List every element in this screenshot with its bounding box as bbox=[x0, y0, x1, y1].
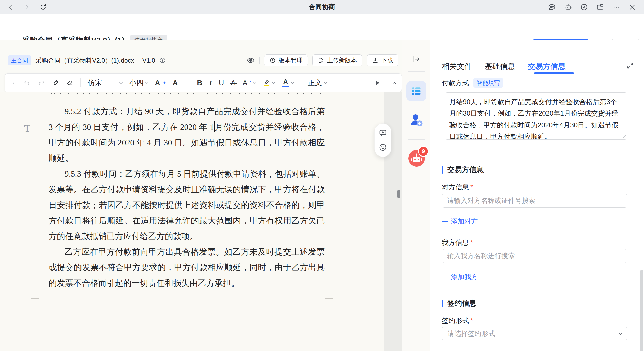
smart-fill-badge: 智能填写 bbox=[473, 78, 503, 88]
editor-toolbar: 仿宋 小四 A+ A− B I U A A´ A 正文 bbox=[5, 73, 402, 92]
signing-form-label-text: 签约形式 bbox=[442, 317, 469, 324]
payment-method-textarea[interactable]: 月结90天，即货款自产品完成交付并经验收合格后第3个月的30日支付，例如，乙方在… bbox=[445, 92, 627, 140]
main-contract-badge: 主合同 bbox=[8, 55, 31, 65]
chevron-down-icon bbox=[145, 80, 149, 84]
font-color-swatch bbox=[282, 86, 289, 87]
text-effects-button[interactable]: A´ bbox=[243, 79, 256, 87]
side-icon-strip: 9 bbox=[402, 40, 430, 351]
chevron-down-icon bbox=[291, 80, 294, 84]
emoji-reaction-icon[interactable] bbox=[379, 143, 387, 152]
toolbar-more-group bbox=[376, 81, 379, 85]
download-button[interactable]: 下载 bbox=[367, 54, 398, 66]
window-title: 合同协商 bbox=[0, 3, 644, 11]
add-comment-icon[interactable] bbox=[379, 129, 387, 137]
textarea-resize-handle[interactable] bbox=[622, 135, 626, 138]
italic-button[interactable]: I bbox=[209, 79, 212, 87]
paragraph-style-select[interactable]: 正文 bbox=[308, 78, 327, 88]
signing-section-title: 签约信息 bbox=[447, 298, 476, 308]
chevron-down-icon bbox=[272, 80, 275, 84]
history-clock-icon bbox=[269, 57, 276, 64]
party-section-header: 交易方信息 bbox=[442, 165, 484, 175]
page-margin-mark-right bbox=[325, 298, 333, 306]
paragraph-9-5-2: 9.5.2 付款方式：月结 90 天，即货款自产品完成交付并经验收合格后第 3 … bbox=[49, 104, 325, 166]
divider bbox=[408, 139, 425, 140]
required-asterisk: * bbox=[470, 317, 473, 324]
version-manage-label: 版本管理 bbox=[278, 56, 303, 64]
tab-related-files[interactable]: 相关文件 bbox=[442, 61, 472, 72]
upload-new-version-label: 上传新版本 bbox=[327, 56, 357, 64]
add-other-party-link[interactable]: 添加对方 bbox=[442, 217, 478, 226]
font-family-value: 仿宋 bbox=[88, 78, 118, 88]
font-color-letter: A bbox=[282, 79, 289, 85]
required-asterisk: * bbox=[470, 239, 473, 246]
party-section-title: 交易方信息 bbox=[447, 165, 484, 175]
add-our-party-link[interactable]: 添加我方 bbox=[442, 272, 478, 281]
divider bbox=[80, 78, 81, 87]
toolbar-collapse-left-icon[interactable] bbox=[11, 80, 16, 86]
floating-comment-toolbar bbox=[374, 123, 391, 157]
our-party-label-text: 我方信息 bbox=[442, 239, 469, 246]
signing-form-select[interactable]: 请选择签约形式 bbox=[442, 327, 627, 340]
preview-eye-icon[interactable] bbox=[246, 56, 255, 65]
add-other-party-label: 添加对方 bbox=[451, 217, 478, 226]
font-color-button[interactable]: A bbox=[282, 79, 294, 87]
plus-mark: + bbox=[163, 80, 166, 85]
undo-icon[interactable] bbox=[23, 79, 31, 87]
tab-party-info[interactable]: 交易方信息 bbox=[528, 61, 566, 72]
document-text[interactable]: 9.5.2 付款方式：月结 90 天，即货款自产品完成交付并经验收合格后第 3 … bbox=[49, 104, 325, 291]
document-filename: 采购合同（直采物料V2.0）(1).docx bbox=[35, 56, 134, 65]
minus-mark: − bbox=[180, 80, 183, 85]
decrease-font-button[interactable]: A− bbox=[173, 79, 183, 87]
panel-scrollbar-thumb[interactable] bbox=[640, 270, 643, 351]
plus-icon bbox=[442, 218, 448, 224]
panel-tabs: 相关文件 基础信息 交易方信息 bbox=[442, 61, 566, 72]
letter-A: A bbox=[173, 79, 178, 87]
collapse-panel-icon[interactable] bbox=[402, 55, 430, 63]
upload-new-version-button[interactable]: 上传新版本 bbox=[312, 54, 362, 66]
page-header: 采购合同（直采物料V2.0）(1) 待发起协商 郑斌测试/郑斌演示测试 已自动保… bbox=[0, 14, 644, 40]
upload-file-icon bbox=[318, 57, 324, 64]
highlight-color-button[interactable] bbox=[263, 79, 275, 87]
redo-icon[interactable] bbox=[37, 79, 45, 87]
letter-A: A bbox=[155, 79, 160, 87]
paragraph-invoice: 乙方应在甲方付款前向甲方出具合格发票。如乙方未及时提交上述发票或提交的发票不符合… bbox=[49, 244, 325, 291]
version-manage-button[interactable]: 版本管理 bbox=[264, 54, 308, 66]
font-size-select[interactable]: 小四 bbox=[129, 78, 148, 88]
effects-letter: A bbox=[243, 79, 247, 87]
strikethrough-button[interactable]: A bbox=[231, 79, 235, 87]
required-asterisk: * bbox=[470, 183, 473, 191]
underline-button[interactable]: U bbox=[219, 79, 224, 87]
document-info-bar: 主合同 采购合同（直采物料V2.0）(1).docx V1.0 版本管理 上传新… bbox=[0, 53, 402, 67]
play-expand-icon[interactable] bbox=[376, 81, 379, 85]
divider bbox=[430, 74, 644, 74]
chevron-up-icon bbox=[393, 82, 396, 85]
other-party-search-input[interactable] bbox=[442, 194, 627, 208]
info-icon[interactable] bbox=[159, 57, 166, 64]
chevron-down-icon bbox=[253, 80, 257, 84]
outline-list-icon[interactable] bbox=[406, 81, 426, 101]
details-panel: 相关文件 基础信息 交易方信息 付款方式 智能填写 月结90天，即货款自产品完成… bbox=[430, 40, 644, 351]
tab-basic-info[interactable]: 基础信息 bbox=[485, 61, 515, 72]
underline-label: U bbox=[219, 79, 224, 87]
text-cursor-handle[interactable]: T bbox=[24, 122, 30, 134]
font-size-value: 小四 bbox=[129, 78, 144, 88]
document-scrollbar-thumb[interactable] bbox=[397, 190, 400, 198]
divider bbox=[408, 71, 425, 72]
bold-label: B bbox=[197, 79, 202, 87]
other-party-label: 对方信息* bbox=[442, 183, 473, 192]
divider bbox=[386, 78, 386, 87]
strikethrough-label: A bbox=[231, 79, 235, 87]
our-party-search-input[interactable] bbox=[442, 249, 627, 263]
tick-mark: ´ bbox=[250, 80, 252, 85]
increase-font-button[interactable]: A+ bbox=[155, 79, 166, 87]
divider bbox=[259, 57, 260, 64]
collapse-toolbar-button[interactable] bbox=[393, 81, 396, 85]
chevron-down-icon bbox=[324, 80, 327, 84]
bold-button[interactable]: B bbox=[197, 79, 202, 87]
window-titlebar: 合同协商 bbox=[0, 0, 644, 14]
add-collaborator-icon[interactable] bbox=[402, 113, 430, 127]
expand-panel-icon[interactable] bbox=[626, 62, 634, 69]
format-painter-icon[interactable] bbox=[52, 79, 59, 87]
eraser-icon[interactable] bbox=[66, 79, 74, 87]
font-family-select[interactable]: 仿宋 bbox=[88, 78, 122, 88]
